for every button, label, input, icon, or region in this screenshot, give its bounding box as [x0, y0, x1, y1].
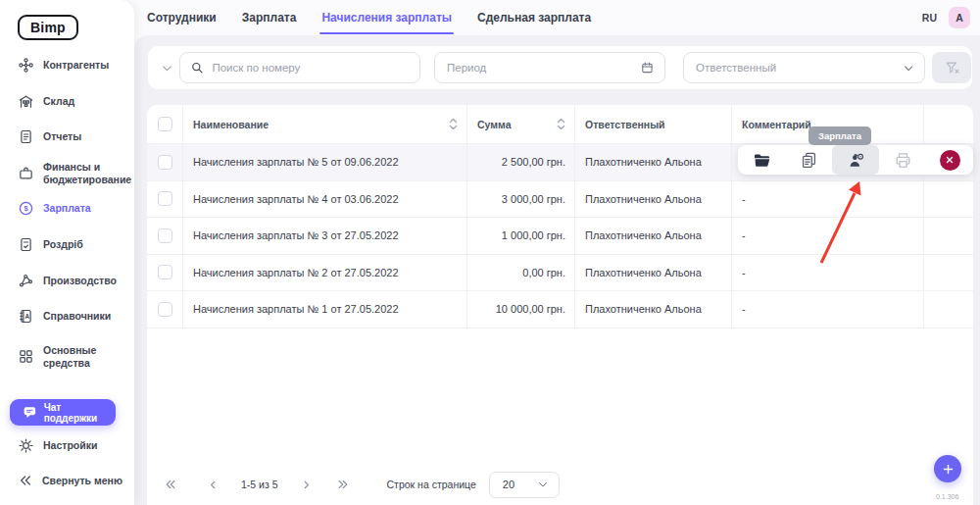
row-checkbox[interactable] [158, 191, 172, 206]
accruals-table: Наименование Сумма Ответственный Коммент… [147, 105, 973, 505]
header-name[interactable]: Наименование [183, 105, 467, 144]
sidebar-item-production[interactable]: Производство [0, 273, 134, 289]
add-accrual-button[interactable] [934, 455, 961, 482]
language-selector[interactable]: RU [922, 12, 937, 24]
rows-per-page-label: Строк на странице [387, 479, 476, 490]
double-chevron-right-icon [336, 478, 350, 491]
header-sum-label: Сумма [477, 119, 512, 130]
period-input[interactable] [447, 53, 640, 82]
row-action-panel [738, 145, 973, 175]
select-all-checkbox[interactable] [158, 117, 172, 131]
assets-icon [18, 348, 34, 365]
sidebar-item-label: Свернуть меню [42, 475, 122, 487]
sort-icon[interactable] [557, 117, 565, 131]
sidebar-item-salary[interactable]: $ Зарплата [0, 200, 134, 217]
tab-piecework-salary[interactable]: Сдельная зарплата [477, 0, 591, 35]
tab-employees[interactable]: Сотрудники [147, 0, 217, 35]
tab-salary-accruals[interactable]: Начисления зарплаты [321, 0, 452, 35]
filter-bar [148, 46, 972, 89]
briefcase-icon [18, 165, 34, 181]
chevron-right-icon [300, 479, 313, 491]
clear-filters-button[interactable] [932, 52, 971, 83]
sidebar: Bimp Контрагенты Склад Отчеты [0, 0, 134, 505]
support-chat-button[interactable]: Чат поддержки [10, 399, 116, 426]
select-all-cell [147, 105, 183, 144]
sort-icon[interactable] [449, 117, 458, 131]
sidebar-item-label: Контрагенты [43, 59, 109, 72]
open-folder-icon [753, 151, 771, 170]
sidebar-item-label: Отчеты [43, 130, 81, 143]
search-field [179, 52, 420, 83]
row-name: Начисления зарплаты № 4 от 03.06.2022 [183, 181, 467, 219]
row-responsible: Плахотниченко Альона [575, 291, 732, 328]
copy-document-button[interactable] [785, 145, 832, 175]
double-chevron-left-icon [164, 478, 177, 491]
chevron-down-icon[interactable] [903, 62, 914, 75]
gear-icon [18, 437, 34, 454]
chevron-down-icon [537, 479, 549, 490]
table-row[interactable]: Начисления зарплаты № 4 от 03.06.2022 3 … [147, 181, 973, 219]
row-sum: 0,00 грн. [467, 255, 575, 292]
salary-coin-icon: $ [18, 200, 34, 217]
table-row[interactable]: Начисления зарплаты № 3 от 27.05.2022 1 … [147, 218, 973, 255]
row-checkbox[interactable] [158, 228, 172, 243]
app-logo[interactable]: Bimp [18, 15, 78, 40]
header-actions [924, 105, 973, 144]
sidebar-item-fixed-assets[interactable]: Основные средства [0, 344, 134, 369]
table-row[interactable]: Начисления зарплаты № 2 от 27.05.2022 0,… [147, 255, 973, 292]
row-name: Начисления зарплаты № 5 от 09.06.2022 [183, 144, 467, 181]
sidebar-item-warehouse[interactable]: Склад [0, 93, 134, 110]
row-name: Начисления зарплаты № 1 от 27.05.2022 [183, 291, 467, 328]
row-name: Начисления зарплаты № 3 от 27.05.2022 [183, 218, 467, 255]
salary-action-button[interactable] [832, 145, 879, 175]
avatar[interactable]: A [949, 7, 970, 28]
delete-icon [940, 150, 960, 171]
calendar-icon[interactable] [640, 60, 655, 76]
row-checkbox[interactable] [158, 302, 172, 317]
row-sum: 1 000,00 грн. [467, 218, 575, 255]
tab-salary[interactable]: Зарплата [242, 0, 297, 35]
print-button[interactable] [879, 145, 926, 175]
search-input[interactable] [212, 53, 410, 82]
sidebar-item-directories[interactable]: A Справочники [0, 308, 134, 325]
header-name-label: Наименование [193, 119, 269, 130]
delete-button[interactable] [926, 145, 973, 175]
network-icon [18, 57, 34, 74]
tab-bar: Сотрудники Зарплата Начисления зарплаты … [147, 0, 591, 35]
open-document-button[interactable] [738, 145, 785, 175]
sidebar-item-finance[interactable]: Финансы и бюджетирование [0, 161, 134, 185]
page-size-select[interactable]: 20 [489, 472, 560, 498]
prev-page-button[interactable] [207, 479, 220, 491]
salary-person-icon [847, 151, 865, 170]
production-icon [18, 273, 34, 289]
next-page-button[interactable] [300, 479, 313, 491]
row-checkbox[interactable] [158, 265, 172, 279]
svg-text:A: A [24, 313, 29, 320]
row-sum: 10 000,00 грн. [467, 291, 575, 328]
sidebar-item-label: Основные средства [43, 344, 134, 369]
collapse-filters-icon[interactable] [161, 62, 173, 75]
app-version: 0.1.306 [936, 493, 958, 500]
last-page-button[interactable] [336, 478, 350, 491]
directory-icon: A [18, 308, 34, 325]
first-page-button[interactable] [164, 478, 177, 491]
report-icon [18, 128, 34, 145]
header-sum[interactable]: Сумма [467, 105, 575, 144]
header-comment-label: Комментарий [742, 119, 811, 130]
sidebar-item-settings[interactable]: Настройки [0, 437, 134, 454]
sidebar-item-counterparties[interactable]: Контрагенты [0, 57, 134, 74]
collapse-menu-button[interactable]: Свернуть меню [0, 473, 134, 488]
table-row[interactable]: Начисления зарплаты № 1 от 27.05.2022 10… [147, 291, 973, 328]
sidebar-item-label: Настройки [43, 439, 97, 452]
sidebar-item-reports[interactable]: Отчеты [0, 128, 134, 145]
responsible-select[interactable] [696, 53, 903, 82]
row-sum: 3 000,00 грн. [467, 181, 575, 219]
row-responsible: Плахотниченко Альона [575, 181, 732, 219]
copy-icon [800, 151, 818, 170]
sidebar-item-retail[interactable]: Роздріб [0, 236, 134, 253]
row-checkbox[interactable] [158, 155, 172, 170]
row-sum: 2 500,00 грн. [467, 144, 575, 181]
retail-icon [18, 236, 34, 253]
support-chat-label: Чат поддержки [44, 402, 116, 424]
row-responsible: Плахотниченко Альона [575, 218, 732, 255]
